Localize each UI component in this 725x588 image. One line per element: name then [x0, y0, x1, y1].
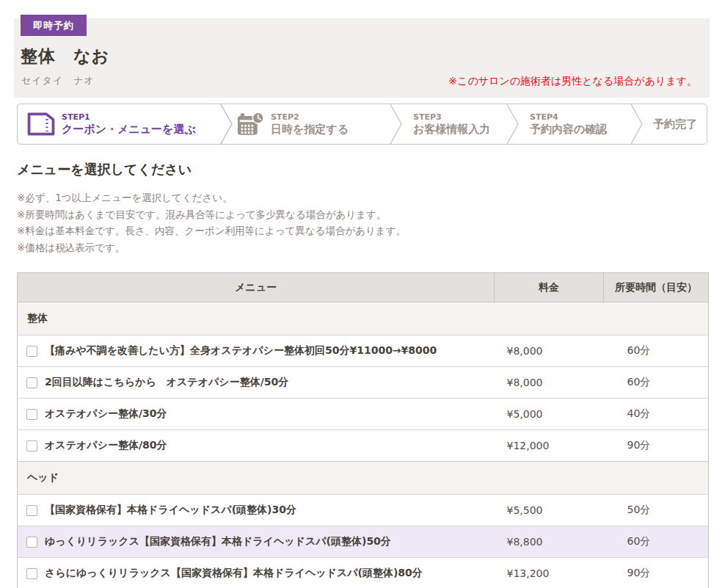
menu-row[interactable]: オステオパシー整体/30分 ¥5,000 40分 — [18, 399, 709, 430]
chevron-separator-icon — [389, 104, 403, 144]
column-header-price: 料金 — [495, 273, 604, 302]
menu-name: 【国家資格保有】本格ドライヘッドスパ(頭整体)30分 — [45, 504, 296, 517]
step-label: クーポン・メニューを選ぶ — [62, 123, 196, 137]
note-line: ※所要時間はあくまで目安です。混み具合等によって多少異なる場合があります。 — [17, 206, 406, 223]
column-header-menu: メニュー — [18, 273, 495, 302]
step-number: STEP3 — [413, 112, 490, 123]
menu-price: ¥8,800 — [495, 526, 604, 558]
menu-price: ¥12,000 — [495, 430, 604, 462]
menu-name: ゆっくりリラックス【国家資格保有】本格ドライヘッドスパ(頭整体)50分 — [45, 535, 391, 548]
step-label: 日時を指定する — [271, 123, 349, 137]
menu-group-head: ヘッド — [18, 462, 709, 495]
menu-duration: 50分 — [604, 495, 709, 526]
step-5-booking-complete: 予約完了 — [644, 104, 707, 144]
menu-name: 2回目以降はこちらから オステオパシー整体/50分 — [45, 376, 288, 389]
menu-duration: 90分 — [604, 430, 709, 462]
instant-booking-badge: 即時予約 — [21, 15, 87, 36]
note-line: ※必ず、1つ以上メニューを選択してください。 — [17, 189, 406, 206]
step-2-pick-datetime: STEP2 日時を指定する — [233, 104, 389, 144]
menu-price: ¥8,000 — [495, 335, 604, 367]
note-line: ※価格は税込表示です。 — [17, 239, 406, 256]
booking-step-bar: STEP1 クーポン・メニューを選ぶ STEP2 日時を指定する — [17, 104, 707, 145]
menu-checkbox[interactable] — [26, 568, 37, 579]
menu-checkbox[interactable] — [26, 537, 37, 548]
menu-price: ¥13,200 — [495, 558, 604, 588]
step-4-confirm-booking: STEP4 予約内容の確認 — [520, 104, 630, 144]
calendar-clock-icon — [237, 112, 264, 137]
step-label: お客様情報入力 — [413, 123, 490, 137]
step-label: 予約完了 — [653, 117, 697, 131]
group-label: 整体 — [18, 302, 709, 335]
menu-checkbox[interactable] — [26, 377, 37, 388]
menu-duration: 60分 — [604, 335, 709, 367]
step-number: STEP4 — [530, 112, 607, 123]
menu-checkbox[interactable] — [26, 440, 37, 451]
menu-row[interactable]: 2回目以降はこちらから オステオパシー整体/50分 ¥8,000 60分 — [18, 367, 709, 399]
menu-row-highlighted[interactable]: ゆっくりリラックス【国家資格保有】本格ドライヘッドスパ(頭整体)50分 ¥8,8… — [18, 526, 709, 558]
coupon-ticket-icon — [27, 112, 55, 136]
male-practitioner-notice: ※このサロンの施術者は男性となる場合があります。 — [448, 75, 697, 88]
chevron-separator-icon — [219, 104, 233, 144]
menu-row[interactable]: 【国家資格保有】本格ドライヘッドスパ(頭整体)30分 ¥5,500 50分 — [18, 495, 709, 526]
menu-name: さらにゆっくりリラックス【国家資格保有】本格ドライヘッドスパ(頭整体)80分 — [45, 567, 423, 580]
menu-checkbox[interactable] — [26, 409, 37, 420]
group-label: ヘッド — [18, 462, 709, 495]
menu-select-heading: メニューを選択してください — [17, 161, 192, 178]
menu-row[interactable]: さらにゆっくりリラックス【国家資格保有】本格ドライヘッドスパ(頭整体)80分 ¥… — [18, 558, 709, 588]
step-label: 予約内容の確認 — [530, 123, 607, 137]
step-number: STEP1 — [62, 112, 196, 123]
menu-price: ¥5,500 — [495, 495, 604, 526]
step-3-customer-info: STEP3 お客様情報入力 — [403, 104, 506, 144]
menu-table-header-row: メニュー 料金 所要時間（目安） — [18, 273, 709, 302]
salon-header: 整体 なお セイタイ ナオ ※このサロンの施術者は男性となる場合があります。 — [14, 18, 710, 98]
menu-duration: 60分 — [604, 367, 709, 399]
chevron-separator-icon — [630, 104, 644, 144]
menu-duration: 90分 — [604, 558, 709, 588]
note-line: ※料金は基本料金です。長さ、内容、クーポン利用等によって異なる場合があります。 — [17, 222, 406, 239]
menu-price: ¥5,000 — [495, 399, 604, 430]
step-1-select-menu: STEP1 クーポン・メニューを選ぶ — [18, 104, 219, 144]
menu-duration: 40分 — [604, 399, 709, 430]
menu-row[interactable]: オステオパシー整体/80分 ¥12,000 90分 — [18, 430, 709, 462]
step-number: STEP2 — [271, 112, 349, 123]
menu-duration: 60分 — [604, 526, 709, 558]
menu-name: 【痛みや不調を改善したい方】全身オステオパシー整体初回50分¥11000→¥80… — [45, 344, 437, 357]
menu-checkbox[interactable] — [26, 505, 37, 516]
menu-checkbox[interactable] — [26, 346, 37, 357]
menu-table: メニュー 料金 所要時間（目安） 整体 【痛みや不調を改善したい方】全身オステオ… — [17, 272, 709, 588]
menu-price: ¥8,000 — [495, 367, 604, 399]
menu-row[interactable]: 【痛みや不調を改善したい方】全身オステオパシー整体初回50分¥11000→¥80… — [18, 335, 709, 367]
chevron-separator-icon — [506, 104, 520, 144]
menu-name: オステオパシー整体/80分 — [45, 439, 167, 452]
column-header-duration: 所要時間（目安） — [604, 273, 709, 302]
salon-name: 整体 なお — [21, 45, 109, 68]
menu-notes: ※必ず、1つ以上メニューを選択してください。 ※所要時間はあくまで目安です。混み… — [17, 189, 406, 255]
salon-kana: セイタイ ナオ — [21, 74, 95, 87]
menu-name: オステオパシー整体/30分 — [45, 407, 167, 421]
menu-group-seitai: 整体 — [18, 302, 709, 335]
